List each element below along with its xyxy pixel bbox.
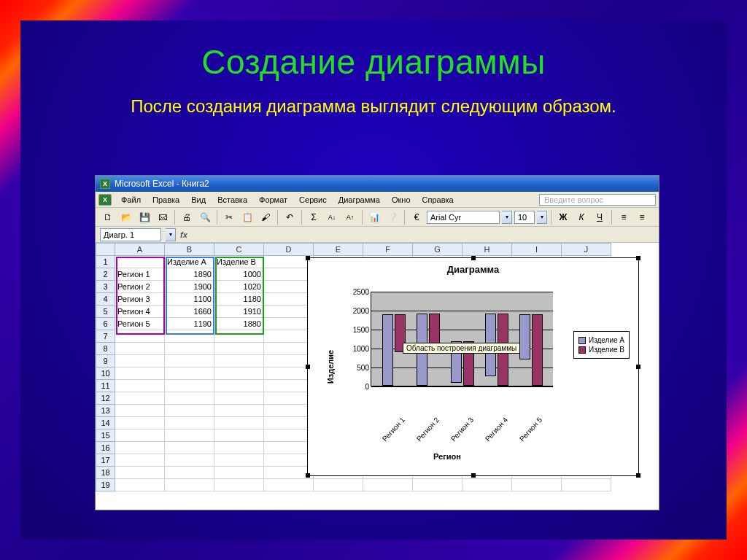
cell[interactable]: Регион 5	[115, 318, 165, 330]
row-header[interactable]: 14	[96, 417, 115, 429]
menu-chart[interactable]: Диаграмма	[333, 194, 385, 206]
cell[interactable]: 1190	[165, 318, 214, 330]
window-titlebar[interactable]: X Microsoft Excel - Книга2	[96, 176, 659, 192]
align-left-icon[interactable]: ≡	[616, 209, 632, 225]
row-header[interactable]: 3	[96, 281, 115, 293]
col-header[interactable]: I	[512, 244, 562, 256]
name-box[interactable]: Диагр. 1	[100, 228, 161, 241]
row-header[interactable]: 10	[96, 368, 115, 380]
col-header[interactable]: G	[413, 244, 462, 256]
align-center-icon[interactable]: ≡	[634, 209, 650, 225]
cell[interactable]: 1660	[165, 306, 214, 318]
format-painter-icon[interactable]: 🖌	[258, 209, 274, 225]
underline-button[interactable]: Ч	[592, 209, 608, 225]
name-box-dropdown-icon[interactable]: ▾	[166, 228, 176, 241]
cell[interactable]: 1000	[214, 268, 264, 281]
cell[interactable]: Изделие A	[165, 256, 214, 268]
chart-bar[interactable]	[382, 314, 393, 386]
row-header[interactable]: 16	[96, 442, 115, 454]
row-header[interactable]: 7	[96, 330, 115, 343]
save-icon[interactable]: 💾	[136, 209, 152, 225]
cell[interactable]: Изделие B	[214, 256, 264, 268]
worksheet-area[interactable]: A B C D E F G H I J 1 Изделие A Изделие …	[96, 243, 659, 510]
help-icon[interactable]: ❔	[384, 209, 400, 225]
italic-button[interactable]: К	[573, 209, 589, 225]
row-header[interactable]: 12	[96, 392, 115, 405]
select-all-button[interactable]	[96, 244, 115, 256]
chart-x-tick: Регион 4	[474, 416, 509, 454]
row-header[interactable]: 1	[96, 256, 115, 268]
menu-window[interactable]: Окно	[387, 194, 416, 206]
cell[interactable]: 1180	[214, 293, 264, 306]
menu-insert[interactable]: Вставка	[212, 194, 252, 206]
col-header[interactable]: H	[462, 244, 512, 256]
copy-icon[interactable]: 📋	[239, 209, 255, 225]
chart-plot[interactable]: Регион 1Регион 2Регион 3Регион 4Регион 5	[371, 292, 553, 386]
col-header[interactable]: A	[115, 244, 165, 256]
row-header[interactable]: 11	[96, 380, 115, 392]
cell[interactable]: 1900	[165, 281, 214, 293]
row-header[interactable]: 13	[96, 405, 115, 417]
chart-wizard-icon[interactable]: 📊	[366, 209, 382, 225]
cell[interactable]: Регион 2	[115, 281, 165, 293]
chart-tooltip: Область построения диаграммы	[403, 343, 520, 354]
menu-file[interactable]: Файл	[116, 194, 146, 206]
chart-bar[interactable]	[532, 314, 543, 386]
menu-edit[interactable]: Правка	[147, 194, 185, 206]
help-question-box[interactable]: Введите вопрос	[539, 194, 656, 206]
print-icon[interactable]: 🖨	[179, 209, 195, 225]
row-header[interactable]: 19	[96, 479, 115, 491]
menu-view[interactable]: Вид	[186, 194, 211, 206]
menu-format[interactable]: Формат	[254, 194, 293, 206]
row-header[interactable]: 18	[96, 467, 115, 479]
col-header[interactable]: B	[165, 244, 214, 256]
embedded-chart[interactable]: Диаграмма Изделие Регион 1Регион 2Регион…	[307, 257, 639, 476]
menu-help[interactable]: Справка	[417, 194, 459, 206]
print-preview-icon[interactable]: 🔍	[197, 209, 213, 225]
row-header[interactable]: 8	[96, 343, 115, 355]
undo-icon[interactable]: ↶	[282, 209, 298, 225]
font-size-dropdown-icon[interactable]: ▾	[537, 211, 547, 224]
cut-icon[interactable]: ✂	[221, 209, 237, 225]
chart-title[interactable]: Диаграмма	[308, 258, 638, 278]
chart-bar[interactable]	[519, 314, 530, 359]
autosum-icon[interactable]: Σ	[306, 209, 322, 225]
row-header[interactable]: 4	[96, 293, 115, 306]
chart-legend[interactable]: Изделие A Изделие B	[573, 331, 630, 359]
row-header[interactable]: 15	[96, 429, 115, 442]
permission-icon[interactable]: 🖂	[155, 209, 171, 225]
bold-button[interactable]: Ж	[555, 209, 571, 225]
row-header[interactable]: 2	[96, 268, 115, 281]
sort-desc-icon[interactable]: A↑	[342, 209, 358, 225]
font-name-dropdown-icon[interactable]: ▾	[502, 211, 512, 224]
currency-icon[interactable]: €	[409, 209, 425, 225]
window-title: Microsoft Excel - Книга2	[115, 179, 209, 189]
cell[interactable]: 1910	[214, 306, 264, 318]
cell[interactable]: Регион 4	[115, 306, 165, 318]
cell[interactable]: 1890	[165, 268, 214, 281]
font-size-combo[interactable]: 10	[514, 211, 535, 224]
col-header[interactable]: C	[214, 244, 264, 256]
open-icon[interactable]: 📂	[118, 209, 134, 225]
cell[interactable]: 1880	[214, 318, 264, 330]
sort-asc-icon[interactable]: A↓	[324, 209, 340, 225]
row-header[interactable]: 9	[96, 355, 115, 368]
formula-bar: Диагр. 1 ▾ fx	[96, 227, 659, 243]
row-header[interactable]: 17	[96, 454, 115, 467]
cell[interactable]: Регион 3	[115, 293, 165, 306]
col-header[interactable]: F	[363, 244, 413, 256]
menu-tools[interactable]: Сервис	[294, 194, 332, 206]
cell[interactable]: 1020	[214, 281, 264, 293]
cell[interactable]: Регион 1	[115, 268, 165, 281]
col-header[interactable]: J	[562, 244, 611, 256]
new-doc-icon[interactable]: 🗋	[100, 209, 116, 225]
row-header[interactable]: 6	[96, 318, 115, 330]
font-name-combo[interactable]: Arial Cyr	[427, 211, 500, 224]
cell[interactable]	[115, 256, 165, 268]
col-header[interactable]: D	[264, 244, 314, 256]
fx-icon[interactable]: fx	[180, 230, 187, 239]
excel-menu-icon[interactable]: X	[98, 194, 112, 206]
row-header[interactable]: 5	[96, 306, 115, 318]
cell[interactable]: 1100	[165, 293, 214, 306]
col-header[interactable]: E	[314, 244, 363, 256]
